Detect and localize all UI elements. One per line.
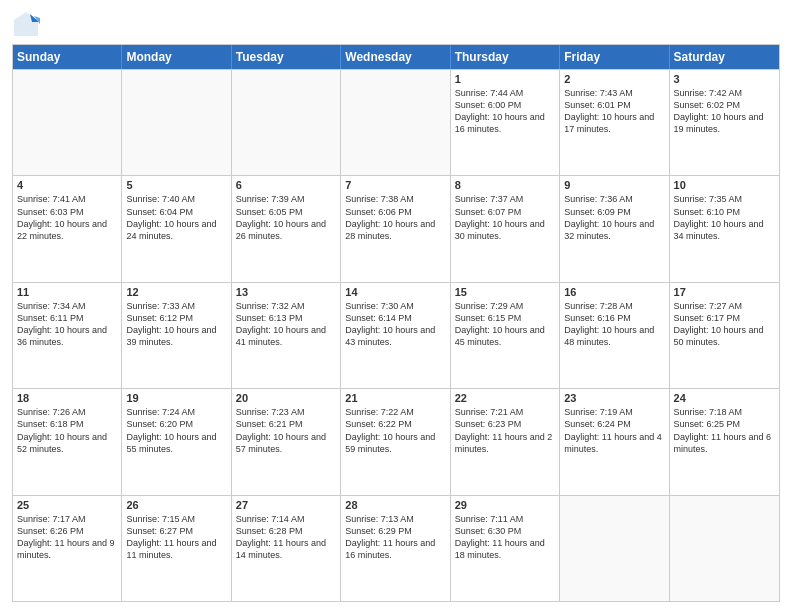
day-info: Sunrise: 7:22 AM Sunset: 6:22 PM Dayligh… — [345, 406, 445, 455]
calendar-body: 1Sunrise: 7:44 AM Sunset: 6:00 PM Daylig… — [13, 69, 779, 601]
calendar-row-0: 1Sunrise: 7:44 AM Sunset: 6:00 PM Daylig… — [13, 69, 779, 175]
day-cell-29: 29Sunrise: 7:11 AM Sunset: 6:30 PM Dayli… — [451, 496, 560, 601]
day-cell-9: 9Sunrise: 7:36 AM Sunset: 6:09 PM Daylig… — [560, 176, 669, 281]
day-info: Sunrise: 7:43 AM Sunset: 6:01 PM Dayligh… — [564, 87, 664, 136]
day-number: 3 — [674, 73, 775, 85]
day-cell-20: 20Sunrise: 7:23 AM Sunset: 6:21 PM Dayli… — [232, 389, 341, 494]
day-cell-21: 21Sunrise: 7:22 AM Sunset: 6:22 PM Dayli… — [341, 389, 450, 494]
header-cell-friday: Friday — [560, 45, 669, 69]
day-info: Sunrise: 7:15 AM Sunset: 6:27 PM Dayligh… — [126, 513, 226, 562]
header-cell-wednesday: Wednesday — [341, 45, 450, 69]
day-cell-4: 4Sunrise: 7:41 AM Sunset: 6:03 PM Daylig… — [13, 176, 122, 281]
day-cell-5: 5Sunrise: 7:40 AM Sunset: 6:04 PM Daylig… — [122, 176, 231, 281]
empty-cell-0-1 — [122, 70, 231, 175]
day-info: Sunrise: 7:23 AM Sunset: 6:21 PM Dayligh… — [236, 406, 336, 455]
day-info: Sunrise: 7:32 AM Sunset: 6:13 PM Dayligh… — [236, 300, 336, 349]
day-info: Sunrise: 7:39 AM Sunset: 6:05 PM Dayligh… — [236, 193, 336, 242]
day-cell-1: 1Sunrise: 7:44 AM Sunset: 6:00 PM Daylig… — [451, 70, 560, 175]
day-info: Sunrise: 7:37 AM Sunset: 6:07 PM Dayligh… — [455, 193, 555, 242]
day-cell-15: 15Sunrise: 7:29 AM Sunset: 6:15 PM Dayli… — [451, 283, 560, 388]
day-number: 19 — [126, 392, 226, 404]
day-cell-26: 26Sunrise: 7:15 AM Sunset: 6:27 PM Dayli… — [122, 496, 231, 601]
day-info: Sunrise: 7:17 AM Sunset: 6:26 PM Dayligh… — [17, 513, 117, 562]
header-cell-monday: Monday — [122, 45, 231, 69]
day-number: 23 — [564, 392, 664, 404]
day-number: 8 — [455, 179, 555, 191]
logo-icon — [12, 10, 40, 38]
day-info: Sunrise: 7:27 AM Sunset: 6:17 PM Dayligh… — [674, 300, 775, 349]
logo — [12, 10, 44, 38]
day-number: 10 — [674, 179, 775, 191]
day-cell-23: 23Sunrise: 7:19 AM Sunset: 6:24 PM Dayli… — [560, 389, 669, 494]
day-number: 13 — [236, 286, 336, 298]
empty-cell-0-2 — [232, 70, 341, 175]
day-cell-28: 28Sunrise: 7:13 AM Sunset: 6:29 PM Dayli… — [341, 496, 450, 601]
day-cell-10: 10Sunrise: 7:35 AM Sunset: 6:10 PM Dayli… — [670, 176, 779, 281]
day-number: 6 — [236, 179, 336, 191]
day-info: Sunrise: 7:33 AM Sunset: 6:12 PM Dayligh… — [126, 300, 226, 349]
day-info: Sunrise: 7:44 AM Sunset: 6:00 PM Dayligh… — [455, 87, 555, 136]
day-cell-27: 27Sunrise: 7:14 AM Sunset: 6:28 PM Dayli… — [232, 496, 341, 601]
day-cell-19: 19Sunrise: 7:24 AM Sunset: 6:20 PM Dayli… — [122, 389, 231, 494]
day-cell-2: 2Sunrise: 7:43 AM Sunset: 6:01 PM Daylig… — [560, 70, 669, 175]
day-info: Sunrise: 7:13 AM Sunset: 6:29 PM Dayligh… — [345, 513, 445, 562]
day-info: Sunrise: 7:41 AM Sunset: 6:03 PM Dayligh… — [17, 193, 117, 242]
svg-marker-0 — [14, 12, 38, 36]
day-info: Sunrise: 7:34 AM Sunset: 6:11 PM Dayligh… — [17, 300, 117, 349]
day-cell-14: 14Sunrise: 7:30 AM Sunset: 6:14 PM Dayli… — [341, 283, 450, 388]
day-info: Sunrise: 7:24 AM Sunset: 6:20 PM Dayligh… — [126, 406, 226, 455]
empty-cell-0-0 — [13, 70, 122, 175]
day-cell-6: 6Sunrise: 7:39 AM Sunset: 6:05 PM Daylig… — [232, 176, 341, 281]
day-number: 24 — [674, 392, 775, 404]
day-number: 11 — [17, 286, 117, 298]
day-info: Sunrise: 7:26 AM Sunset: 6:18 PM Dayligh… — [17, 406, 117, 455]
day-number: 1 — [455, 73, 555, 85]
day-number: 2 — [564, 73, 664, 85]
day-number: 21 — [345, 392, 445, 404]
day-info: Sunrise: 7:28 AM Sunset: 6:16 PM Dayligh… — [564, 300, 664, 349]
day-info: Sunrise: 7:11 AM Sunset: 6:30 PM Dayligh… — [455, 513, 555, 562]
day-cell-8: 8Sunrise: 7:37 AM Sunset: 6:07 PM Daylig… — [451, 176, 560, 281]
calendar-row-3: 18Sunrise: 7:26 AM Sunset: 6:18 PM Dayli… — [13, 388, 779, 494]
day-cell-16: 16Sunrise: 7:28 AM Sunset: 6:16 PM Dayli… — [560, 283, 669, 388]
header-cell-thursday: Thursday — [451, 45, 560, 69]
day-number: 14 — [345, 286, 445, 298]
day-cell-12: 12Sunrise: 7:33 AM Sunset: 6:12 PM Dayli… — [122, 283, 231, 388]
empty-cell-4-5 — [560, 496, 669, 601]
header-cell-saturday: Saturday — [670, 45, 779, 69]
day-info: Sunrise: 7:36 AM Sunset: 6:09 PM Dayligh… — [564, 193, 664, 242]
day-number: 4 — [17, 179, 117, 191]
day-info: Sunrise: 7:38 AM Sunset: 6:06 PM Dayligh… — [345, 193, 445, 242]
day-cell-11: 11Sunrise: 7:34 AM Sunset: 6:11 PM Dayli… — [13, 283, 122, 388]
empty-cell-4-6 — [670, 496, 779, 601]
header-cell-sunday: Sunday — [13, 45, 122, 69]
day-cell-17: 17Sunrise: 7:27 AM Sunset: 6:17 PM Dayli… — [670, 283, 779, 388]
header-cell-tuesday: Tuesday — [232, 45, 341, 69]
day-number: 5 — [126, 179, 226, 191]
day-cell-18: 18Sunrise: 7:26 AM Sunset: 6:18 PM Dayli… — [13, 389, 122, 494]
day-number: 18 — [17, 392, 117, 404]
page: SundayMondayTuesdayWednesdayThursdayFrid… — [0, 0, 792, 612]
day-number: 16 — [564, 286, 664, 298]
day-info: Sunrise: 7:14 AM Sunset: 6:28 PM Dayligh… — [236, 513, 336, 562]
day-number: 26 — [126, 499, 226, 511]
day-cell-7: 7Sunrise: 7:38 AM Sunset: 6:06 PM Daylig… — [341, 176, 450, 281]
day-cell-13: 13Sunrise: 7:32 AM Sunset: 6:13 PM Dayli… — [232, 283, 341, 388]
day-info: Sunrise: 7:19 AM Sunset: 6:24 PM Dayligh… — [564, 406, 664, 455]
day-info: Sunrise: 7:30 AM Sunset: 6:14 PM Dayligh… — [345, 300, 445, 349]
day-number: 9 — [564, 179, 664, 191]
day-number: 17 — [674, 286, 775, 298]
calendar-row-1: 4Sunrise: 7:41 AM Sunset: 6:03 PM Daylig… — [13, 175, 779, 281]
day-number: 28 — [345, 499, 445, 511]
calendar-header-row: SundayMondayTuesdayWednesdayThursdayFrid… — [13, 45, 779, 69]
day-number: 22 — [455, 392, 555, 404]
day-cell-25: 25Sunrise: 7:17 AM Sunset: 6:26 PM Dayli… — [13, 496, 122, 601]
calendar: SundayMondayTuesdayWednesdayThursdayFrid… — [12, 44, 780, 602]
calendar-row-4: 25Sunrise: 7:17 AM Sunset: 6:26 PM Dayli… — [13, 495, 779, 601]
day-info: Sunrise: 7:35 AM Sunset: 6:10 PM Dayligh… — [674, 193, 775, 242]
header — [12, 10, 780, 38]
day-number: 25 — [17, 499, 117, 511]
day-info: Sunrise: 7:29 AM Sunset: 6:15 PM Dayligh… — [455, 300, 555, 349]
day-cell-3: 3Sunrise: 7:42 AM Sunset: 6:02 PM Daylig… — [670, 70, 779, 175]
day-info: Sunrise: 7:18 AM Sunset: 6:25 PM Dayligh… — [674, 406, 775, 455]
